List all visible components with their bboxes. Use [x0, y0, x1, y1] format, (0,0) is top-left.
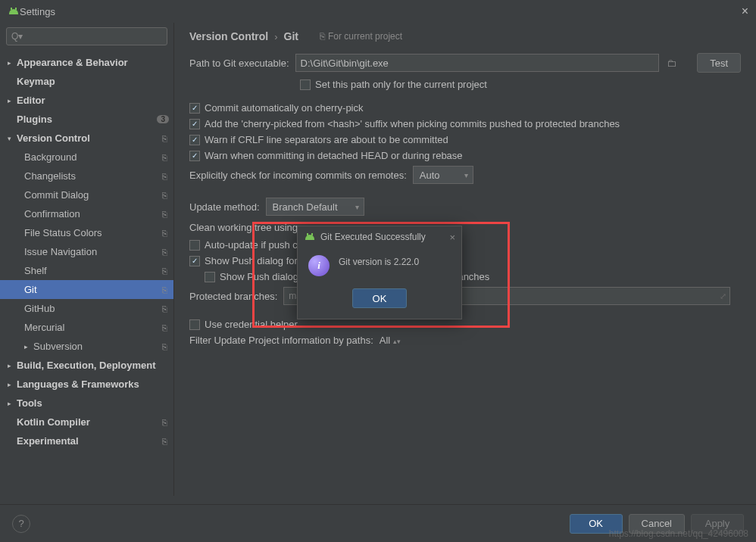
show-push-sub-label: Show Push dialog: [220, 271, 298, 282]
sidebar-item-background[interactable]: Background⎘: [0, 148, 173, 167]
set-path-project-label: Set this path only for the current proje…: [315, 79, 487, 90]
cherry-pick-auto-label: Commit automatically on cherry-pick: [205, 102, 364, 114]
sidebar-item-build-execution-deployment[interactable]: ▸Build, Execution, Deployment: [0, 356, 173, 375]
git-path-input[interactable]: [295, 54, 659, 72]
sidebar-item-keymap[interactable]: Keymap: [0, 72, 173, 91]
sidebar-item-plugins[interactable]: Plugins3: [0, 110, 173, 129]
show-push-sub-checkbox[interactable]: [205, 272, 215, 282]
protected-label: Protected branches:: [189, 291, 277, 302]
detached-warn-checkbox[interactable]: [189, 151, 200, 161]
auto-update-checkbox[interactable]: [189, 240, 200, 251]
sidebar-item-confirmation[interactable]: Confirmation⎘: [0, 204, 173, 223]
crumb-current: Git: [284, 30, 298, 42]
show-push-label: Show Push dialog for: [205, 255, 298, 266]
window-title: Settings: [20, 6, 742, 17]
sidebar-item-changelists[interactable]: Changelists⎘: [0, 167, 173, 185]
update-method-label: Update method:: [189, 201, 260, 213]
dialog-message: Git version is 2.22.0: [339, 255, 419, 267]
sidebar-item-subversion[interactable]: ▸Subversion⎘: [0, 337, 173, 356]
show-push-checkbox[interactable]: [189, 256, 200, 266]
chevron-right-icon: ›: [274, 31, 277, 42]
update-method-combo[interactable]: Branch Default: [266, 198, 364, 216]
sidebar-item-languages-frameworks[interactable]: ▸Languages & Frameworks: [0, 375, 173, 394]
explicit-combo[interactable]: Auto: [413, 166, 473, 184]
cherry-suffix-label: Add the 'cherry-picked from <hash>' suff…: [205, 118, 620, 129]
path-label: Path to Git executable:: [189, 58, 289, 69]
test-button[interactable]: Test: [697, 53, 741, 73]
clean-label: Clean working tree using: [189, 222, 298, 233]
project-hint: ⎘For current project: [320, 31, 402, 42]
search-icon: Q▾: [11, 31, 23, 42]
explicit-label: Explicitly check for incoming commits on…: [189, 170, 407, 181]
folder-icon[interactable]: 🗀: [664, 58, 679, 69]
sidebar-item-shelf[interactable]: Shelf⎘: [0, 261, 173, 280]
sidebar-item-editor[interactable]: ▸Editor: [0, 91, 173, 110]
sidebar-item-issue-navigation[interactable]: Issue Navigation⎘: [0, 242, 173, 261]
sidebar-item-mercurial[interactable]: Mercurial⎘: [0, 318, 173, 337]
cherry-pick-auto-checkbox[interactable]: [189, 103, 200, 114]
sidebar-item-experimental[interactable]: Experimental⎘: [0, 431, 173, 450]
filter-value[interactable]: All ▴▾: [380, 335, 401, 346]
sidebar-item-version-control[interactable]: ▾Version Control⎘: [0, 129, 173, 148]
settings-tree: ▸Appearance & BehaviorKeymap▸EditorPlugi…: [0, 50, 173, 496]
close-icon[interactable]: ×: [742, 5, 748, 18]
dialog-title: Git Executed Successfully: [320, 232, 445, 242]
help-button[interactable]: ?: [12, 515, 30, 533]
sidebar-item-tools[interactable]: ▸Tools: [0, 394, 173, 413]
search-field[interactable]: [26, 31, 162, 42]
dialog-close-icon[interactable]: ×: [449, 232, 455, 243]
credential-helper-checkbox[interactable]: [189, 319, 200, 330]
titlebar: Settings ×: [0, 0, 756, 23]
sidebar-item-commit-dialog[interactable]: Commit Dialog⎘: [0, 185, 173, 204]
sidebar-item-appearance-behavior[interactable]: ▸Appearance & Behavior: [0, 53, 173, 72]
auto-update-label: Auto-update if push c: [205, 239, 298, 251]
sidebar-item-file-status-colors[interactable]: File Status Colors⎘: [0, 223, 173, 242]
info-icon: i: [308, 255, 330, 276]
credential-helper-label: Use credential helper: [205, 319, 298, 330]
detached-warn-label: Warn when committing in detached HEAD or…: [205, 150, 463, 161]
copy-icon: ⎘: [320, 31, 325, 42]
search-input[interactable]: Q▾: [6, 27, 167, 45]
sidebar-item-git[interactable]: Git⎘: [0, 280, 173, 299]
crlf-warn-label: Warn if CRLF line separators are about t…: [205, 134, 448, 145]
android-logo-icon: [304, 231, 316, 243]
content-panel: Version Control › Git ⎘For current proje…: [174, 23, 756, 496]
sidebar-item-github[interactable]: GitHub⎘: [0, 299, 173, 318]
set-path-project-checkbox[interactable]: [300, 79, 311, 90]
git-version-dialog: Git Executed Successfully × i Git versio…: [297, 226, 462, 319]
dialog-ok-button[interactable]: OK: [352, 288, 407, 308]
android-logo-icon: [8, 5, 20, 17]
crlf-warn-checkbox[interactable]: [189, 135, 200, 145]
sidebar-item-kotlin-compiler[interactable]: Kotlin Compiler⎘: [0, 413, 173, 431]
watermark: https://blog.csdn.net/qq_42496008: [609, 528, 748, 539]
breadcrumb: Version Control › Git ⎘For current proje…: [189, 30, 741, 42]
expand-icon[interactable]: ⤢: [720, 291, 726, 301]
sidebar: Q▾ ▸Appearance & BehaviorKeymap▸EditorPl…: [0, 23, 174, 496]
cherry-suffix-checkbox[interactable]: [189, 119, 200, 129]
filter-label: Filter Update Project information by pat…: [189, 335, 373, 346]
crumb-parent[interactable]: Version Control: [189, 30, 268, 42]
